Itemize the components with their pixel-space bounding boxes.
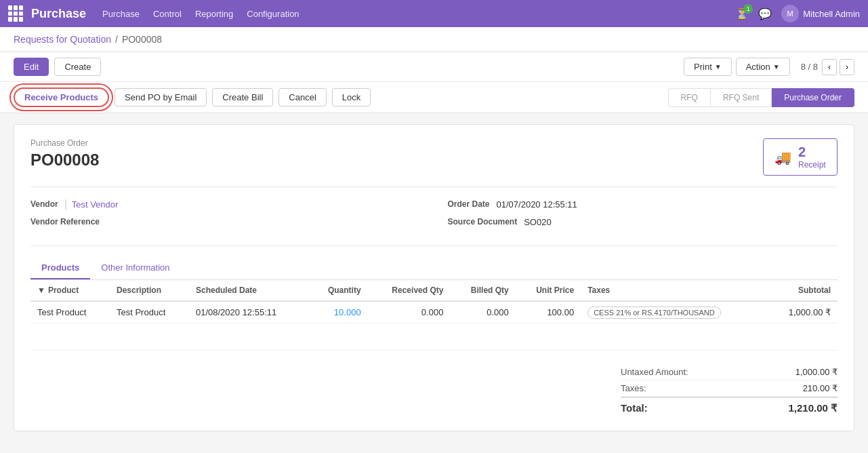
receipt-info: 2 Receipt (798, 144, 826, 170)
cell-quantity: 10.000 (309, 301, 368, 323)
untaxed-row: Untaxed Amount: 1,000.00 ₹ (621, 364, 838, 380)
vendor-value[interactable]: Test Vendor (72, 199, 119, 210)
divider2 (30, 245, 838, 246)
prev-button[interactable]: ‹ (822, 59, 837, 75)
breadcrumb-separator: / (115, 34, 118, 45)
step-rfq-sent[interactable]: RFQ Sent (711, 88, 772, 107)
tabs: Products Other Information (30, 257, 838, 280)
navbar-menu: Purchase Control Reporting Configuration (102, 9, 735, 19)
notification-badge: 1 (743, 4, 753, 14)
chat-icon[interactable]: 💬 (758, 7, 772, 20)
next-button[interactable]: › (840, 59, 854, 75)
menu-configuration[interactable]: Configuration (247, 9, 299, 19)
totals-table: Untaxed Amount: 1,000.00 ₹ Taxes: 210.00… (621, 364, 838, 417)
print-dropdown-arrow: ▼ (715, 63, 722, 71)
step-rfq[interactable]: RFQ (668, 88, 711, 107)
receipt-count: 2 (798, 144, 826, 160)
total-row: Total: 1,210.00 ₹ (621, 397, 838, 417)
cell-billed-qty: 0.000 (450, 301, 515, 323)
pagination-arrows: ‹ › (822, 59, 854, 75)
action-dropdown-arrow: ▼ (773, 63, 780, 71)
order-date-label: Order Date (448, 199, 490, 209)
products-table: ▼ Product Description Scheduled Date Qua… (30, 280, 838, 351)
tab-other-information[interactable]: Other Information (90, 257, 180, 279)
col-subtotal: Subtotal (767, 280, 838, 301)
vendor-ref-label: Vendor Reference (30, 217, 100, 226)
taxes-row: Taxes: 210.00 ₹ (621, 380, 838, 397)
po-number: PO00008 (30, 151, 99, 170)
total-value: 1,210.00 ₹ (788, 402, 838, 414)
action-bar: Edit Create Print ▼ Action ▼ 8 / 8 ‹ › (0, 52, 868, 82)
cell-taxes: CESS 21% or RS.4170/THOUSAND (581, 301, 767, 323)
grid-menu-icon[interactable] (8, 5, 24, 22)
receipt-box[interactable]: 🚚 2 Receipt (763, 138, 838, 176)
divider (30, 186, 838, 187)
po-label: Purchase Order (30, 138, 99, 148)
create-button[interactable]: Create (54, 58, 101, 76)
cell-description: Test Product (110, 301, 189, 323)
col-billed-qty: Billed Qty (450, 280, 515, 301)
empty-row (30, 323, 838, 351)
print-button[interactable]: Print ▼ (684, 58, 732, 76)
cell-received-qty: 0.000 (368, 301, 451, 323)
fields-left: Vendor Test Vendor Vendor Reference (30, 199, 421, 235)
action-button[interactable]: Action ▼ (736, 58, 790, 76)
edit-button[interactable]: Edit (14, 58, 49, 76)
user-name: Mitchell Admin (803, 9, 860, 19)
send-po-email-button[interactable]: Send PO by Email (115, 88, 207, 106)
menu-control[interactable]: Control (153, 9, 182, 19)
user-menu[interactable]: M Mitchell Admin (781, 5, 860, 22)
order-date-value: 01/07/2020 12:55:11 (497, 199, 577, 210)
cancel-button[interactable]: Cancel (278, 88, 326, 106)
untaxed-value: 1,000.00 ₹ (795, 367, 838, 377)
source-doc-field: Source Document SO020 (448, 217, 838, 229)
navbar-brand[interactable]: Purchase (31, 7, 86, 21)
untaxed-label: Untaxed Amount: (621, 367, 688, 377)
tab-products[interactable]: Products (30, 257, 90, 279)
col-description: Description (110, 280, 189, 301)
col-product[interactable]: ▼ Product (30, 280, 110, 301)
lock-button[interactable]: Lock (332, 88, 371, 106)
pagination-text: 8 / 8 (801, 62, 818, 72)
po-header: Purchase Order PO00008 🚚 2 Receipt (30, 138, 838, 176)
create-bill-button[interactable]: Create Bill (212, 88, 273, 106)
receive-products-button[interactable]: Receive Products (14, 87, 109, 107)
col-quantity: Quantity (309, 280, 368, 301)
sort-arrow-icon: ▼ (37, 285, 45, 295)
menu-reporting[interactable]: Reporting (195, 9, 233, 19)
taxes-value: 210.00 ₹ (803, 383, 838, 393)
cell-product: Test Product (30, 301, 110, 323)
col-scheduled-date: Scheduled Date (189, 280, 309, 301)
table-row[interactable]: Test Product Test Product 01/08/2020 12:… (30, 301, 838, 323)
col-unit-price: Unit Price (516, 280, 581, 301)
col-received-qty: Received Qty (368, 280, 451, 301)
navbar: Purchase Purchase Control Reporting Conf… (0, 0, 868, 27)
fields-right: Order Date 01/07/2020 12:55:11 Source Do… (448, 199, 838, 235)
breadcrumb-parent[interactable]: Requests for Quotation (14, 34, 111, 45)
po-info: Purchase Order PO00008 (30, 138, 99, 170)
avatar: M (781, 5, 799, 22)
order-date-field: Order Date 01/07/2020 12:55:11 (448, 199, 838, 212)
main-content: Purchase Order PO00008 🚚 2 Receipt Vendo… (0, 113, 868, 442)
cell-unit-price: 100.00 (516, 301, 581, 323)
fields-row: Vendor Test Vendor Vendor Reference Orde… (30, 199, 838, 235)
menu-purchase[interactable]: Purchase (102, 9, 140, 19)
breadcrumb: Requests for Quotation / PO00008 (0, 27, 868, 52)
taxes-label: Taxes: (621, 383, 646, 393)
cell-subtotal: 1,000.00 ₹ (767, 301, 838, 323)
activity-icon[interactable]: ⏳ 1 (735, 7, 749, 20)
status-steps: RFQ RFQ Sent Purchase Order (668, 88, 854, 107)
source-doc-value: SO020 (524, 217, 551, 227)
breadcrumb-current: PO00008 (122, 34, 162, 45)
step-purchase-order[interactable]: Purchase Order (772, 88, 854, 107)
truck-icon: 🚚 (774, 149, 791, 165)
vendor-field: Vendor Test Vendor (30, 199, 421, 212)
source-doc-label: Source Document (448, 217, 518, 226)
cell-scheduled-date: 01/08/2020 12:55:11 (189, 301, 309, 323)
vendor-ref-field: Vendor Reference (30, 217, 421, 229)
totals-section: Untaxed Amount: 1,000.00 ₹ Taxes: 210.00… (30, 357, 838, 417)
purchase-order-card: Purchase Order PO00008 🚚 2 Receipt Vendo… (14, 124, 854, 431)
navbar-right: ⏳ 1 💬 M Mitchell Admin (735, 5, 860, 22)
receipt-label: Receipt (798, 160, 826, 170)
vendor-label: Vendor (30, 199, 58, 209)
